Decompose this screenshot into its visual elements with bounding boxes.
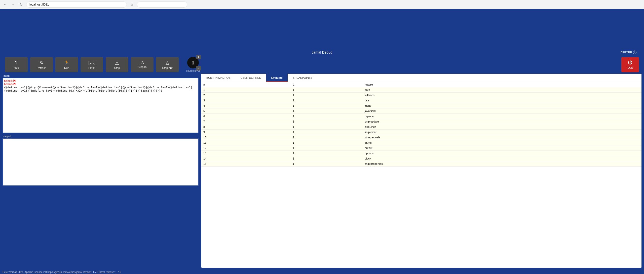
cell-n: 11 <box>201 140 291 145</box>
cell-macro: block <box>363 156 641 161</box>
input-line-2: hahóóó¶ <box>4 83 197 86</box>
cell-n: 7 <box>201 119 291 124</box>
table-row[interactable]: 10 1 string:equals <box>201 135 641 140</box>
step-button[interactable]: △ Step <box>106 57 128 72</box>
table-header-row: n L macro <box>201 82 641 87</box>
cell-l: 1 <box>291 130 363 135</box>
cell-l: 1 <box>291 145 363 151</box>
cell-n: 15 <box>201 161 291 167</box>
col-header-macro: macro <box>363 82 641 87</box>
table-row[interactable]: 1 1 date <box>201 87 641 93</box>
table-row[interactable]: 8 1 skipLines <box>201 124 641 130</box>
content-area: input hahóóó¶ hahóóó¶ {@define !a=1}{@tr… <box>0 74 644 270</box>
cell-macro: string:equals <box>363 135 641 140</box>
tab-bar: BUILT-IN MACROS USER DEFINED Evaluate BR… <box>201 74 641 82</box>
col-header-n: n <box>201 82 291 87</box>
input-area[interactable]: hahóóó¶ hahóóó¶ {@define !a=1}{@try {#co… <box>3 78 199 133</box>
cell-l: 1 <box>291 161 363 167</box>
table-row[interactable]: 15 1 snip:properties <box>201 161 641 167</box>
cell-n: 14 <box>201 156 291 161</box>
back-button[interactable]: ← <box>2 2 8 8</box>
footer-bar: Peter Verhas 2021, Apache License 2.0 ht… <box>0 270 644 274</box>
cell-n: 13 <box>201 151 291 156</box>
step-in-button[interactable]: IA Step In <box>131 57 154 72</box>
reload-button[interactable]: ↻ <box>18 2 24 8</box>
table-row[interactable]: 9 1 snip:clear <box>201 130 641 135</box>
cell-n: 4 <box>201 103 291 108</box>
refresh-button[interactable]: ↻ Refresh <box>30 57 53 72</box>
cell-n: 9 <box>201 130 291 135</box>
toolbar: ¶ hide ↻ Refresh 🏃 Run […] Fetch △ Step … <box>0 55 644 74</box>
cell-n: 8 <box>201 124 291 130</box>
output-area[interactable] <box>3 138 199 186</box>
step-icon: △ <box>115 60 119 65</box>
table-row[interactable]: 13 1 options <box>201 151 641 156</box>
before-label: BEFORE i <box>621 51 636 54</box>
macro-table: n L macro 1 1 date 2 1 killLines 3 1 use… <box>201 82 641 167</box>
main-area: Jamal Debug BEFORE i ¶ hide ↻ Refresh 🏃 … <box>0 9 644 274</box>
cell-l: 1 <box>291 103 363 108</box>
forward-button[interactable]: → <box>10 2 16 8</box>
cell-macro: ident <box>363 103 641 108</box>
tab-built-in-macros[interactable]: BUILT-IN MACROS <box>201 74 236 82</box>
table-row[interactable]: 14 1 block <box>201 156 641 161</box>
source-counter: 1 + − source level <box>186 57 200 72</box>
run-button[interactable]: 🏃 Run <box>55 57 78 72</box>
cell-l: 1 <box>291 124 363 130</box>
app-title: Jamal Debug <box>312 50 332 54</box>
cell-n: 3 <box>201 98 291 103</box>
quit-button[interactable]: ⏻ Quit <box>621 57 639 72</box>
input-label: input <box>3 74 199 78</box>
cell-macro: snip:properties <box>363 161 641 167</box>
cell-n: 6 <box>201 114 291 119</box>
cell-l: 1 <box>291 98 363 103</box>
info-icon: i <box>633 51 636 54</box>
cell-macro: snip:update <box>363 119 641 124</box>
cell-l: 1 <box>291 151 363 156</box>
fetch-icon: […] <box>88 60 95 65</box>
input-line-1: hahóóó¶ <box>4 79 197 83</box>
table-row[interactable]: 2 1 killLines <box>201 93 641 98</box>
table-scroll[interactable]: n L macro 1 1 date 2 1 killLines 3 1 use… <box>201 82 641 268</box>
table-row[interactable]: 7 1 snip:update <box>201 119 641 124</box>
hide-icon: ¶ <box>15 60 18 65</box>
table-row[interactable]: 6 1 replace <box>201 114 641 119</box>
address-bar[interactable] <box>26 2 127 8</box>
cell-l: 1 <box>291 108 363 114</box>
counter-minus-button[interactable]: − <box>196 66 201 70</box>
cell-l: 1 <box>291 93 363 98</box>
fetch-button[interactable]: […] Fetch <box>81 57 103 72</box>
step-in-icon: IA <box>141 61 144 64</box>
table-row[interactable]: 12 1 output <box>201 145 641 151</box>
table-row[interactable]: 11 1 JShell <box>201 140 641 145</box>
step-out-button[interactable]: △ Step out <box>156 57 179 72</box>
cell-l: 1 <box>291 119 363 124</box>
cell-n: 2 <box>201 93 291 98</box>
quit-icon: ⏻ <box>628 60 632 65</box>
bookmark-button[interactable]: ☆ <box>129 2 135 8</box>
search-input[interactable] <box>137 2 187 8</box>
cell-macro: java:field <box>363 108 641 114</box>
top-spacer <box>0 9 644 49</box>
input-line-3: {@define !a=1}{@try {#comment{@define !a… <box>4 86 197 92</box>
left-panel: input hahóóó¶ hahóóó¶ {@define !a=1}{@tr… <box>3 74 199 268</box>
tab-breakpoints[interactable]: BREAKPOINTS <box>288 74 317 82</box>
cell-macro: date <box>363 87 641 93</box>
hide-button[interactable]: ¶ hide <box>5 57 28 72</box>
table-row[interactable]: 4 1 ident <box>201 103 641 108</box>
title-bar: Jamal Debug BEFORE i <box>0 49 644 55</box>
browser-chrome: ← → ↻ ☆ <box>0 0 644 9</box>
right-panel: BUILT-IN MACROS USER DEFINED Evaluate BR… <box>201 74 641 268</box>
step-out-icon: △ <box>166 60 169 65</box>
cell-l: 1 <box>291 87 363 93</box>
counter-plus-button[interactable]: + <box>196 55 201 59</box>
cell-macro: snip:clear <box>363 130 641 135</box>
cell-n: 12 <box>201 145 291 151</box>
cell-l: 1 <box>291 135 363 140</box>
cell-n: 5 <box>201 108 291 114</box>
tab-user-defined[interactable]: USER DEFINED <box>236 74 266 82</box>
tab-evaluate[interactable]: Evaluate <box>266 74 288 82</box>
table-row[interactable]: 5 1 java:field <box>201 108 641 114</box>
table-row[interactable]: 3 1 use <box>201 98 641 103</box>
run-icon: 🏃 <box>64 60 69 65</box>
